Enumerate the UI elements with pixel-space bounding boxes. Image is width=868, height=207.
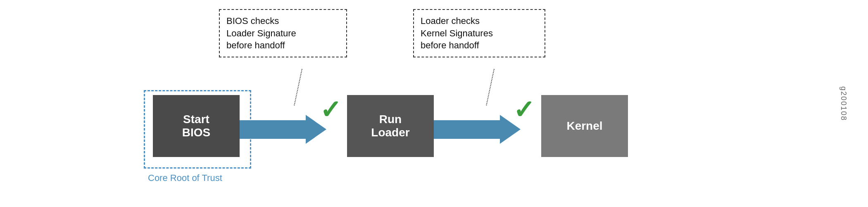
arrow-1	[240, 115, 326, 144]
box-bios-label: Start BIOS	[182, 113, 210, 139]
annotation-loader-line3: before handoff	[421, 40, 479, 50]
side-label: g200108	[839, 86, 847, 121]
box-bios: Start BIOS	[153, 95, 240, 157]
checkmark-1: ✓	[320, 97, 341, 123]
annotation-loader-line2: Kernel Signatures	[421, 28, 493, 38]
annotation-bios-line3: before handoff	[226, 40, 285, 50]
arrow-body-1	[240, 120, 306, 139]
arrow-2	[434, 115, 521, 144]
box-kernel-label: Kernel	[566, 119, 602, 133]
checkmark-2: ✓	[513, 97, 535, 123]
annotation-bios-line2: Loader Signature	[226, 28, 296, 38]
arrow-body-2	[434, 120, 500, 139]
box-loader: Run Loader	[347, 95, 434, 157]
annotation-loader-line1: Loader checks	[421, 16, 480, 26]
box-loader-label: Run Loader	[371, 113, 409, 139]
annotation-bios-line1: BIOS checks	[226, 16, 279, 26]
diagram-container: BIOS checks Loader Signature before hand…	[0, 0, 868, 207]
dotted-line-loader	[486, 69, 495, 105]
core-root-label: Core Root of Trust	[148, 173, 222, 183]
dotted-line-bios	[294, 69, 302, 105]
annotation-bios: BIOS checks Loader Signature before hand…	[219, 9, 347, 57]
annotation-loader: Loader checks Kernel Signatures before h…	[413, 9, 545, 57]
box-kernel: Kernel	[541, 95, 628, 157]
